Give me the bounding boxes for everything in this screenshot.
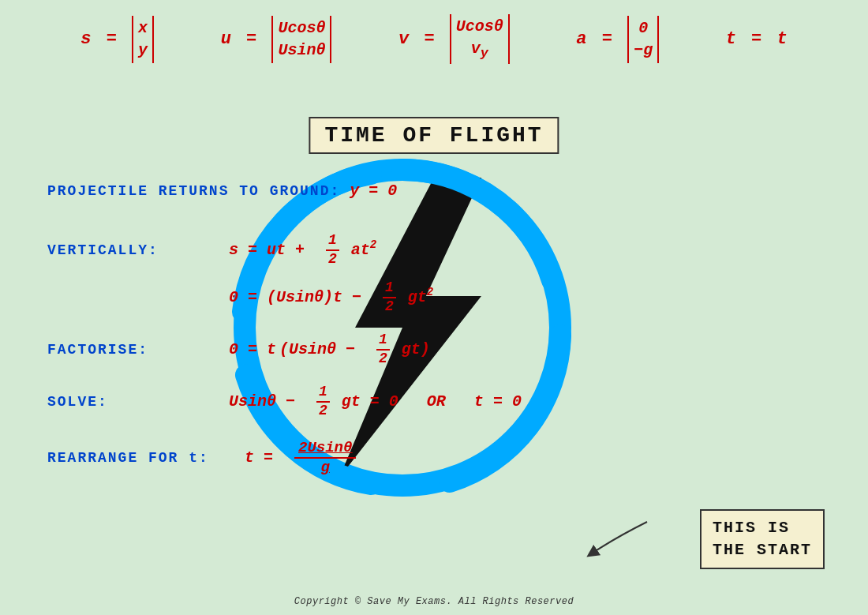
- half-frac-4: 1 2: [316, 384, 330, 419]
- projectile-eq: y = 0: [340, 182, 397, 200]
- a-equals: =: [592, 29, 623, 49]
- half-frac-3: 1 2: [376, 332, 390, 367]
- substituted-eq-line: 0 = (Usinθ)t − 1 2 gt2: [229, 279, 821, 321]
- substituted-eq: 0 = (Usinθ)t − 1 2 gt2: [229, 279, 433, 315]
- vertically-eq: s = ut + 1 2 at2: [229, 232, 376, 268]
- formula-s: s = x y: [80, 16, 154, 63]
- rearrange-eq: t = 2Usinθ g: [245, 439, 358, 477]
- u-symbol: u: [221, 29, 231, 49]
- rearrange-line: REARRANGE FOR t: t = 2Usinθ g: [47, 439, 821, 477]
- copyright-text: Copyright © Save My Exams. All Rights Re…: [294, 596, 574, 607]
- v-symbol: v: [398, 29, 409, 49]
- projectile-label: PROJECTILE RETURNS TO GROUND:: [47, 183, 340, 199]
- start-line1: THIS IS: [713, 519, 790, 537]
- t-equals: =: [741, 29, 773, 49]
- projectile-line: PROJECTILE RETURNS TO GROUND: y = 0: [47, 182, 821, 223]
- solve-eq: Usinθ − 1 2 gt = 0 OR t = 0: [229, 384, 522, 419]
- formula-a: a = 0 −g: [576, 16, 659, 63]
- s-symbol: s: [80, 29, 91, 49]
- a-matrix: 0 −g: [627, 16, 659, 63]
- v-cos: Ucosθ: [456, 16, 503, 38]
- s-equals: =: [95, 29, 127, 49]
- t-symbol: t: [726, 29, 736, 49]
- factorise-eq: 0 = t (Usinθ − 1 2 gt): [229, 332, 430, 367]
- page-container: s = x y u = Ucosθ Usinθ v = Ucosθ vy: [0, 0, 868, 615]
- rearrange-label: REARRANGE FOR t:: [47, 450, 229, 466]
- title-box: TIME OF FLIGHT: [309, 117, 559, 154]
- vertically-line: VERTICALLY: s = ut + 1 2 at2: [47, 232, 821, 273]
- formula-row: s = x y u = Ucosθ Usinθ v = Ucosθ vy: [47, 14, 821, 64]
- formula-t: t = t: [726, 29, 788, 49]
- formula-u: u = Ucosθ Usinθ: [221, 16, 332, 63]
- half-frac-1: 1 2: [326, 232, 339, 268]
- v-matrix: Ucosθ vy: [450, 14, 510, 64]
- a-symbol: a: [576, 29, 586, 49]
- u-sin: Usinθ: [278, 39, 325, 62]
- formula-v: v = Ucosθ vy: [398, 14, 510, 64]
- a-zero: 0: [638, 17, 648, 39]
- s-y: y: [138, 39, 148, 62]
- solve-label: SOLVE:: [47, 394, 229, 410]
- v-equals: =: [413, 29, 445, 49]
- solve-line: SOLVE: Usinθ − 1 2 gt = 0 OR t = 0: [47, 384, 821, 425]
- factorise-label: FACTORISE:: [47, 342, 229, 358]
- u-cos: Ucosθ: [278, 17, 325, 39]
- vertically-label: VERTICALLY:: [47, 242, 229, 258]
- s-matrix: x y: [132, 16, 154, 63]
- svg-point-2: [589, 551, 594, 556]
- a-neg-g: −g: [634, 39, 653, 62]
- factorise-line: FACTORISE: 0 = t (Usinθ − 1 2 gt): [47, 332, 821, 373]
- u-matrix: Ucosθ Usinθ: [271, 16, 331, 63]
- start-box: THIS IS THE START: [700, 509, 825, 569]
- t-val: t: [777, 29, 788, 49]
- arrow-svg: [584, 514, 663, 561]
- u-equals: =: [236, 29, 268, 49]
- half-frac-2: 1 2: [383, 279, 396, 315]
- result-frac: 2Usinθ g: [294, 439, 356, 477]
- content-area: PROJECTILE RETURNS TO GROUND: y = 0 VERT…: [47, 182, 821, 477]
- s-x: x: [138, 17, 148, 39]
- start-line2: THE START: [713, 541, 812, 559]
- v-vy: vy: [471, 38, 488, 62]
